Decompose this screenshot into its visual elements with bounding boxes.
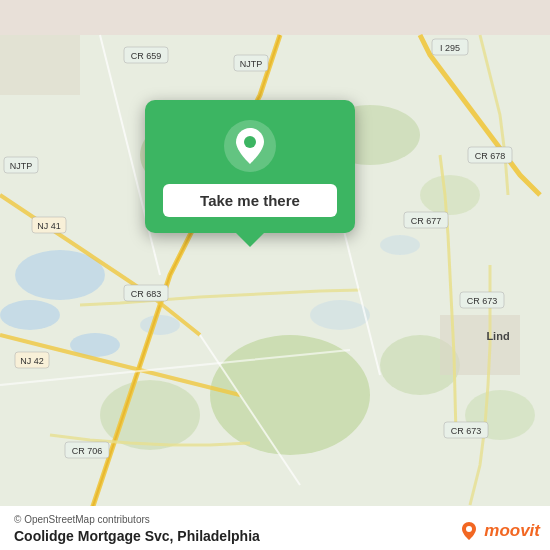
svg-text:CR 659: CR 659	[131, 51, 162, 61]
svg-text:NJ 41: NJ 41	[37, 221, 61, 231]
map-container: CR 659 NJTP NJTP NJ 41 CR CR 677 CR 678 …	[0, 0, 550, 550]
svg-point-2	[0, 300, 60, 330]
svg-point-4	[140, 315, 180, 335]
svg-text:NJ 42: NJ 42	[20, 356, 44, 366]
svg-text:CR 673: CR 673	[467, 296, 498, 306]
svg-text:CR 706: CR 706	[72, 446, 103, 456]
svg-text:NJTP: NJTP	[10, 161, 33, 171]
take-me-there-button[interactable]: Take me there	[163, 184, 337, 217]
location-pin-icon	[224, 120, 276, 172]
bottom-bar: © OpenStreetMap contributors Coolidge Mo…	[0, 506, 550, 550]
svg-text:CR 678: CR 678	[475, 151, 506, 161]
svg-text:NJTP: NJTP	[240, 59, 263, 69]
svg-point-5	[310, 300, 370, 330]
popup-card: Take me there	[145, 100, 355, 233]
moovit-text: moovit	[484, 521, 540, 541]
svg-text:CR 673: CR 673	[451, 426, 482, 436]
svg-point-45	[466, 526, 472, 532]
svg-text:I 295: I 295	[440, 43, 460, 53]
svg-point-6	[380, 235, 420, 255]
svg-point-9	[420, 175, 480, 215]
svg-text:CR 683: CR 683	[131, 289, 162, 299]
svg-text:CR 677: CR 677	[411, 216, 442, 226]
svg-text:Lind: Lind	[486, 330, 509, 342]
svg-rect-15	[0, 35, 80, 95]
svg-point-44	[244, 136, 256, 148]
moovit-logo: moovit	[458, 520, 540, 542]
moovit-pin-icon	[458, 520, 480, 542]
